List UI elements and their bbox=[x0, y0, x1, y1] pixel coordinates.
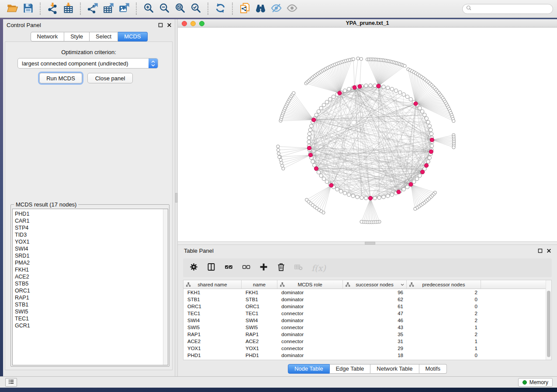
cell-successor-nodes[interactable]: 62 bbox=[343, 297, 407, 302]
cell-name[interactable]: ACE2 bbox=[242, 339, 277, 344]
cell-name[interactable]: TEC1 bbox=[242, 311, 277, 316]
cell-shared-name[interactable]: ACE2 bbox=[183, 339, 242, 344]
cell-shared-name[interactable]: ORC1 bbox=[183, 304, 242, 309]
optimization-criterion-select[interactable]: largest connected component (undirected) bbox=[17, 58, 158, 69]
cell-name[interactable]: STB1 bbox=[242, 297, 277, 302]
result-node[interactable]: STP4 bbox=[13, 224, 168, 231]
cell-predecessor-nodes[interactable]: 2 bbox=[407, 311, 481, 316]
import-table-button[interactable] bbox=[60, 1, 76, 16]
cell-shared-name[interactable]: STB1 bbox=[183, 297, 242, 302]
result-node[interactable]: SWI5 bbox=[13, 308, 168, 315]
divider-handle[interactable] bbox=[175, 193, 177, 203]
tab-select[interactable]: Select bbox=[90, 32, 118, 41]
select-all-button[interactable] bbox=[224, 262, 233, 273]
result-node[interactable]: TID3 bbox=[13, 231, 168, 238]
cell-shared-name[interactable]: TEC1 bbox=[183, 311, 242, 316]
cell-predecessor-nodes[interactable]: 1 bbox=[407, 339, 481, 344]
tab-edge-table[interactable]: Edge Table bbox=[329, 364, 370, 374]
cell-predecessor-nodes[interactable]: 0 bbox=[407, 297, 481, 302]
cell-successor-nodes[interactable]: 96 bbox=[343, 290, 407, 295]
cell-MCDS-role[interactable]: dominator bbox=[277, 297, 343, 302]
cell-successor-nodes[interactable]: 18 bbox=[343, 353, 407, 358]
zoom-selected-button[interactable] bbox=[188, 1, 204, 16]
cell-predecessor-nodes[interactable]: 2 bbox=[407, 332, 481, 337]
columns-button[interactable] bbox=[207, 262, 216, 273]
result-node[interactable]: ACE2 bbox=[13, 273, 168, 280]
memory-button[interactable]: Memory bbox=[518, 378, 553, 387]
cell-name[interactable]: FKH1 bbox=[242, 290, 277, 295]
horizontal-split-divider[interactable] bbox=[178, 241, 557, 245]
first-neighbors-button[interactable] bbox=[253, 1, 268, 16]
cell-successor-nodes[interactable]: 31 bbox=[343, 339, 407, 344]
vertical-split-divider[interactable] bbox=[175, 19, 178, 376]
import-network-button[interactable] bbox=[45, 1, 60, 16]
result-node[interactable]: GCR1 bbox=[13, 322, 168, 329]
divider-handle[interactable] bbox=[365, 242, 375, 244]
cell-name[interactable]: SWI4 bbox=[242, 318, 277, 323]
cell-predecessor-nodes[interactable]: 0 bbox=[407, 353, 481, 358]
cell-shared-name[interactable]: YOX1 bbox=[183, 346, 242, 351]
deselect-all-button[interactable] bbox=[242, 262, 251, 273]
cell-shared-name[interactable]: RAP1 bbox=[183, 332, 242, 337]
cell-shared-name[interactable]: SWI5 bbox=[183, 325, 242, 330]
result-node[interactable]: SWI4 bbox=[13, 245, 168, 252]
cell-successor-nodes[interactable]: 46 bbox=[343, 318, 407, 323]
tab-network[interactable]: Network bbox=[30, 32, 64, 41]
result-node[interactable]: STB5 bbox=[13, 280, 168, 287]
cell-successor-nodes[interactable]: 29 bbox=[343, 346, 407, 351]
cell-MCDS-role[interactable]: connector bbox=[277, 339, 343, 344]
result-node[interactable]: YOX1 bbox=[13, 238, 168, 245]
cell-MCDS-role[interactable]: dominator bbox=[277, 318, 343, 323]
table-row[interactable]: FKH1FKH1dominator962 bbox=[183, 289, 551, 296]
column-header-shared-name[interactable]: shared name bbox=[183, 280, 242, 289]
search-input[interactable] bbox=[462, 4, 553, 14]
table-row[interactable]: SWI5SWI5connector431 bbox=[183, 324, 551, 331]
result-node[interactable]: PHD1 bbox=[13, 209, 168, 217]
table-row[interactable]: TEC1TEC1connector472 bbox=[183, 310, 551, 317]
cell-MCDS-role[interactable]: connector bbox=[277, 325, 343, 330]
cell-name[interactable]: ORC1 bbox=[242, 304, 277, 309]
cell-MCDS-role[interactable]: dominator bbox=[277, 332, 343, 337]
export-image-button[interactable] bbox=[116, 1, 132, 16]
network-graph[interactable] bbox=[178, 28, 557, 241]
result-node[interactable]: SRD1 bbox=[13, 252, 168, 259]
cell-shared-name[interactable]: PHD1 bbox=[183, 353, 242, 358]
chevron-down-icon[interactable] bbox=[400, 282, 405, 287]
clone-network-button[interactable] bbox=[237, 1, 253, 16]
cell-predecessor-nodes[interactable]: 2 bbox=[407, 290, 481, 295]
close-panel-icon[interactable] bbox=[546, 248, 552, 255]
task-history-button[interactable] bbox=[5, 378, 17, 387]
cell-shared-name[interactable]: SWI4 bbox=[183, 318, 242, 323]
cell-MCDS-role[interactable]: dominator bbox=[277, 353, 343, 358]
tab-network-table[interactable]: Network Table bbox=[370, 364, 419, 374]
cell-predecessor-nodes[interactable]: 2 bbox=[407, 318, 481, 323]
scrollbar-thumb[interactable] bbox=[547, 291, 550, 357]
table-row[interactable]: YOX1YOX1connector291 bbox=[183, 345, 551, 352]
column-header-MCDS-role[interactable]: MCDS role bbox=[277, 280, 343, 289]
table-row[interactable]: ORC1ORC1dominator610 bbox=[183, 303, 551, 310]
result-node[interactable]: TEC1 bbox=[13, 315, 168, 322]
table-scrollbar[interactable] bbox=[546, 280, 551, 360]
save-button[interactable] bbox=[20, 1, 36, 16]
cell-name[interactable]: PHD1 bbox=[242, 353, 277, 358]
cell-MCDS-role[interactable]: connector bbox=[277, 346, 343, 351]
cell-MCDS-role[interactable]: connector bbox=[277, 311, 343, 316]
column-header-predecessor-nodes[interactable]: predecessor nodes bbox=[407, 280, 481, 289]
result-node[interactable]: PMA2 bbox=[13, 259, 168, 266]
network-window-titlebar[interactable]: YPA_prune.txt_1 bbox=[178, 19, 557, 28]
zoom-out-button[interactable] bbox=[156, 1, 172, 16]
result-node[interactable]: ORC1 bbox=[13, 287, 168, 294]
zoom-in-button[interactable] bbox=[141, 1, 156, 16]
cell-MCDS-role[interactable]: dominator bbox=[277, 290, 343, 295]
result-list-scrollbar[interactable] bbox=[163, 209, 168, 365]
zoom-fit-button[interactable] bbox=[172, 1, 188, 16]
result-node[interactable]: RAP1 bbox=[13, 294, 168, 301]
network-canvas[interactable] bbox=[178, 28, 557, 241]
cell-predecessor-nodes[interactable]: 1 bbox=[407, 325, 481, 330]
result-node[interactable]: STB1 bbox=[13, 301, 168, 308]
cell-name[interactable]: RAP1 bbox=[242, 332, 277, 337]
gear-button[interactable] bbox=[189, 262, 198, 273]
mcds-result-list[interactable]: PHD1CAR1STP4TID3YOX1SWI4SRD1PMA2FKH1ACE2… bbox=[12, 209, 168, 365]
cell-predecessor-nodes[interactable]: 0 bbox=[407, 304, 481, 309]
tab-node-table[interactable]: Node Table bbox=[288, 364, 330, 374]
